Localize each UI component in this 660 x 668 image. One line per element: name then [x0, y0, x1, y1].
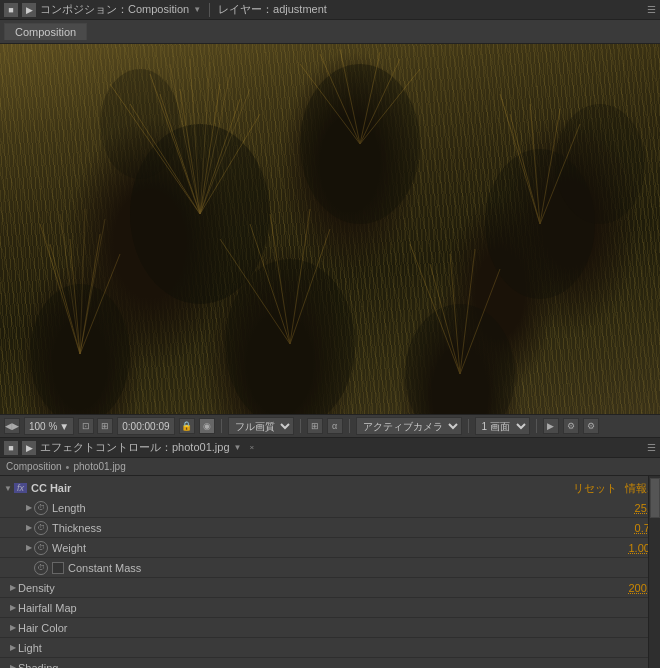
sep2 [300, 419, 301, 433]
thickness-triangle[interactable]: ▶ [24, 523, 34, 533]
svg-point-5 [405, 304, 515, 414]
thickness-clock[interactable]: ⏱ [34, 521, 48, 535]
title-bar-right: ☰ [647, 4, 656, 15]
constant-mass-row: ▶ ⏱ Constant Mass [0, 558, 660, 578]
constant-mass-checkbox[interactable] [52, 562, 64, 574]
effects-title-text: エフェクトコントロール：photo01.jpg [40, 440, 230, 455]
panel-icon-2: ▶ [22, 3, 36, 17]
density-triangle[interactable]: ▶ [8, 583, 18, 593]
composition-tab[interactable]: Composition [4, 23, 87, 40]
hairfall-label: Hairfall Map [18, 602, 656, 614]
length-row: ▶ ⏱ Length 25.0 [0, 498, 660, 518]
hairfall-map-row: ▶ Hairfall Map [0, 598, 660, 618]
view-select[interactable]: 1 画面 [475, 417, 530, 435]
effects-close[interactable]: × [249, 443, 254, 452]
hair-color-triangle[interactable]: ▶ [8, 623, 18, 633]
shading-triangle[interactable]: ▶ [8, 663, 18, 669]
render-icon[interactable]: ▶ [543, 418, 559, 434]
thickness-label: Thickness [52, 522, 635, 534]
sep4 [468, 419, 469, 433]
effects-tab-bar: Composition • photo01.jpg [0, 458, 660, 476]
effects-title-right: ☰ [647, 442, 656, 453]
svg-point-6 [555, 104, 645, 224]
breadcrumb-layer: photo01.jpg [73, 461, 125, 472]
weight-triangle[interactable]: ▶ [24, 543, 34, 553]
toolbar-zoom-icons: ⊡ ⊞ [78, 418, 113, 434]
menu-icon[interactable]: ☰ [647, 4, 656, 15]
alpha-icon[interactable]: α [327, 418, 343, 434]
effects-list: ▼ fx CC Hair リセット 情報... ▶ ⏱ Length 25.0 … [0, 476, 660, 668]
weight-label: Weight [52, 542, 628, 554]
effects-dropdown[interactable]: ▼ [234, 443, 242, 452]
effects-menu-icon[interactable]: ☰ [647, 442, 656, 453]
density-row: ▶ Density 200.0 [0, 578, 660, 598]
reset-button[interactable]: リセット [573, 481, 617, 496]
thickness-row: ▶ ⏱ Thickness 0.70 [0, 518, 660, 538]
scrollbar-track[interactable] [648, 476, 660, 668]
layer-title: レイヤー：adjustment [218, 2, 327, 17]
zoom-dropdown[interactable]: ▼ [59, 421, 69, 432]
shading-label: Shading [18, 662, 656, 669]
length-triangle[interactable]: ▶ [24, 503, 34, 513]
sep3 [349, 419, 350, 433]
viewer-toolbar: ◀▶ 100 % ▼ ⊡ ⊞ 0:00:00:09 🔒 ◉ フル画質 ⊞ α ア… [0, 414, 660, 438]
time-value: 0:00:00:09 [122, 421, 169, 432]
settings-icon-2[interactable]: ⚙ [583, 418, 599, 434]
grid-icon[interactable]: ⊞ [307, 418, 323, 434]
weight-row: ▶ ⏱ Weight 1.000 [0, 538, 660, 558]
top-title-bar: ■ ▶ コンポジション：Composition ▼ レイヤー：adjustmen… [0, 0, 660, 20]
panel-icon-1: ■ [4, 3, 18, 17]
density-label: Density [18, 582, 628, 594]
hair-color-label: Hair Color [18, 622, 656, 634]
effects-title-bar: ■ ▶ エフェクトコントロール：photo01.jpg ▼ × ☰ [0, 438, 660, 458]
cc-hair-triangle[interactable]: ▼ [4, 484, 12, 493]
time-display[interactable]: 0:00:00:09 [117, 417, 174, 435]
camera-select[interactable]: アクティブカメラ [356, 417, 462, 435]
shading-row: ▶ Shading [0, 658, 660, 668]
lock-icon[interactable]: 🔒 [179, 418, 195, 434]
zoom-control[interactable]: 100 % ▼ [24, 417, 74, 435]
sep1 [221, 419, 222, 433]
length-clock[interactable]: ⏱ [34, 501, 48, 515]
toolbar-icon-1[interactable]: ◀▶ [4, 418, 20, 434]
length-label: Length [52, 502, 635, 514]
composition-tab-bar: Composition [0, 20, 660, 44]
effects-title-left: ■ ▶ エフェクトコントロール：photo01.jpg ▼ × [4, 440, 643, 455]
color-icon[interactable]: ◉ [199, 418, 215, 434]
breadcrumb-bullet: • [66, 461, 70, 473]
constant-mass-label: Constant Mass [68, 562, 141, 574]
effects-icon-2: ▶ [22, 441, 36, 455]
settings-icon-1[interactable]: ⚙ [563, 418, 579, 434]
title-bar-left: ■ ▶ コンポジション：Composition ▼ レイヤー：adjustmen… [4, 2, 643, 17]
hairfall-triangle[interactable]: ▶ [8, 603, 18, 613]
effects-scrollable: ▼ fx CC Hair リセット 情報... ▶ ⏱ Length 25.0 … [0, 476, 660, 668]
composition-viewer [0, 44, 660, 414]
light-triangle[interactable]: ▶ [8, 643, 18, 653]
light-row: ▶ Light [0, 638, 660, 658]
cc-hair-row: ▼ fx CC Hair リセット 情報... [0, 478, 660, 498]
zoom-value: 100 % [29, 421, 57, 432]
constant-mass-checkbox-area: Constant Mass [52, 562, 141, 574]
scrollbar-thumb[interactable] [650, 478, 660, 518]
hair-color-row: ▶ Hair Color [0, 618, 660, 638]
fx-badge: fx [14, 483, 27, 493]
effects-icon-1: ■ [4, 441, 18, 455]
sep5 [536, 419, 537, 433]
title-divider [209, 3, 210, 17]
weight-clock[interactable]: ⏱ [34, 541, 48, 555]
light-label: Light [18, 642, 656, 654]
zoom-fit-icon[interactable]: ⊡ [78, 418, 94, 434]
constant-mass-clock[interactable]: ⏱ [34, 561, 48, 575]
quality-select[interactable]: フル画質 [228, 417, 294, 435]
breadcrumb-composition: Composition [6, 461, 62, 472]
composition-title: コンポジション：Composition [40, 2, 189, 17]
grass-svg [0, 44, 660, 414]
toolbar-left-icons: ◀▶ [4, 418, 20, 434]
composition-dropdown[interactable]: ▼ [193, 5, 201, 14]
cc-hair-name: CC Hair [31, 482, 71, 494]
zoom-frame-icon[interactable]: ⊞ [97, 418, 113, 434]
